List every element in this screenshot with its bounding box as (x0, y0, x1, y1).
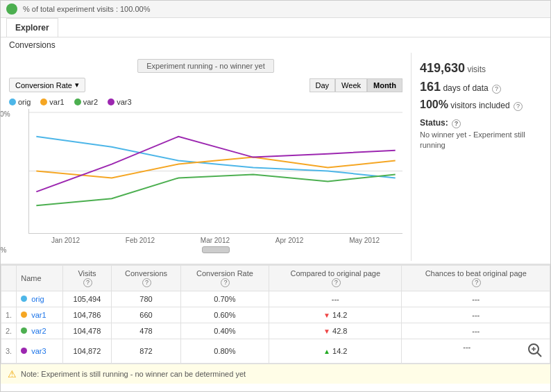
y-axis-top-label: 100% (0, 110, 10, 118)
days-label-text: days of data (443, 83, 488, 93)
table-row: 3. var3 104,872 872 0.80% ▲ 14.2 --- (1, 339, 550, 363)
legend-var3: var3 (108, 98, 131, 106)
stat-visits: 419,630 visits (420, 61, 542, 76)
row-num-var1: 1. (1, 307, 17, 323)
table-row: orig 105,494 780 0.70% --- --- (1, 291, 550, 307)
row-conversions-var3: 872 (112, 339, 180, 363)
chart-container: 100% 0% (9, 109, 402, 255)
tab-explorer[interactable]: Explorer (6, 18, 58, 37)
chart-svg-wrapper (28, 109, 402, 234)
orig-row-dot (21, 296, 27, 302)
rate-col-help[interactable]: ? (221, 278, 230, 287)
var3-link[interactable]: var3 (31, 347, 46, 355)
row-visits-var2: 104,478 (62, 323, 112, 339)
svg-line-3 (537, 352, 541, 357)
th-rate: Conversion Rate ? (180, 266, 269, 291)
row-num-var2: 2. (1, 323, 17, 339)
pct-label-text: visitors included (450, 101, 509, 110)
right-panel: 419,630 visits 161 days of data ? 100% v… (412, 53, 550, 261)
scrollbar-handle[interactable] (202, 246, 230, 253)
th-compared: Compared to original page ? (269, 266, 402, 291)
orig-link[interactable]: orig (31, 295, 44, 303)
dropdown-arrow-icon: ▾ (75, 80, 79, 90)
week-button[interactable]: Week (335, 78, 367, 92)
var3-dot (108, 99, 115, 105)
conversion-rate-dropdown[interactable]: Conversion Rate ▾ (9, 78, 85, 92)
var2-row-dot (21, 327, 27, 334)
compared-col-help[interactable]: ? (332, 278, 341, 287)
y-axis-bottom-label: 0% (0, 246, 6, 254)
row-compared-var1: ▼ 14.2 (269, 307, 402, 323)
row-compared-var3: ▲ 14.2 (269, 339, 402, 363)
var1-down-arrow: ▼ (323, 312, 330, 319)
row-name-var1: var1 (17, 307, 62, 323)
table-row: 2. var2 104,478 478 0.40% ▼ 42.8 --- (1, 323, 550, 339)
note-bar: ⚠ Note: Experiment is still running - no… (1, 364, 550, 384)
legend-var2-label: var2 (83, 98, 98, 106)
section-title: Conversions (1, 37, 550, 53)
var1-link[interactable]: var1 (31, 311, 46, 319)
legend-orig-label: orig (18, 98, 31, 106)
status-label-text: Status: ? (420, 118, 542, 128)
conversions-col-help[interactable]: ? (142, 278, 151, 287)
var3-up-arrow: ▲ (323, 348, 330, 355)
ga-icon (6, 3, 17, 15)
legend-var3-label: var3 (117, 98, 131, 106)
scrollbar-area (28, 246, 402, 255)
visits-value: 419,630 (420, 61, 465, 75)
days-help-icon[interactable]: ? (492, 85, 501, 94)
x-label-mar: Mar 2012 (201, 237, 230, 244)
row-chances-orig: --- (402, 291, 550, 307)
th-visits: Visits ? (62, 266, 112, 291)
var2-dot (74, 99, 81, 105)
row-num-var3: 3. (1, 339, 17, 363)
row-rate-var2: 0.40% (180, 323, 269, 339)
chart-area: Experiment running - no winner yet Conve… (1, 53, 412, 261)
banner-text: Experiment running - no winner yet (137, 59, 274, 73)
top-bar: % of total experiment visits : 100.00% (1, 1, 550, 18)
day-button[interactable]: Day (310, 78, 336, 92)
month-button[interactable]: Month (367, 78, 402, 92)
x-label-jan: Jan 2012 (51, 237, 80, 244)
visits-col-help[interactable]: ? (83, 278, 92, 287)
var1-row-dot (21, 312, 27, 318)
row-name-var2: var2 (17, 323, 62, 339)
stat-pct: 100% visitors included ? (420, 99, 542, 111)
status-section: Status: ? No winner yet - Experiment sti… (420, 118, 542, 151)
x-axis-labels: Jan 2012 Feb 2012 Mar 2012 Apr 2012 May … (28, 237, 402, 244)
row-rate-orig: 0.70% (180, 291, 269, 307)
row-chances-var2: --- (402, 323, 550, 339)
legend-var1: var1 (40, 98, 64, 106)
row-name-var3: var3 (17, 339, 62, 363)
chances-col-help[interactable]: ? (472, 278, 481, 287)
x-label-apr: Apr 2012 (276, 237, 304, 244)
row-rate-var1: 0.60% (180, 307, 269, 323)
zoom-icon[interactable] (527, 343, 543, 359)
row-chances-var3: --- (402, 339, 550, 363)
row-visits-orig: 105,494 (62, 291, 112, 307)
visits-label: visits (467, 65, 486, 74)
experiment-banner: Experiment running - no winner yet (9, 61, 402, 71)
legend-orig: orig (9, 98, 31, 106)
row-compared-var2: ▼ 42.8 (269, 323, 402, 339)
chart-legend: orig var1 var2 var3 (9, 98, 402, 106)
pct-value: 100% (420, 99, 448, 110)
data-table-section: Name Visits ? Conversions ? Conversion R… (1, 264, 550, 364)
pct-help-icon[interactable]: ? (514, 102, 523, 111)
results-table: Name Visits ? Conversions ? Conversion R… (1, 265, 550, 364)
row-visits-var1: 104,786 (62, 307, 112, 323)
th-chances: Chances to beat original page ? (402, 266, 550, 291)
var2-down-arrow: ▼ (323, 327, 330, 335)
row-chances-var1: --- (402, 307, 550, 323)
var2-link[interactable]: var2 (31, 327, 46, 335)
table-row: 1. var1 104,786 660 0.60% ▼ 14.2 --- (1, 307, 550, 323)
th-name: Name (17, 266, 62, 291)
th-conversions: Conversions ? (112, 266, 180, 291)
th-num (1, 266, 17, 291)
row-conversions-var2: 478 (112, 323, 180, 339)
legend-var2: var2 (74, 98, 98, 106)
row-name-orig: orig (17, 291, 62, 307)
x-label-may: May 2012 (349, 237, 380, 244)
row-num-orig (1, 291, 17, 307)
status-help-icon[interactable]: ? (452, 119, 461, 128)
